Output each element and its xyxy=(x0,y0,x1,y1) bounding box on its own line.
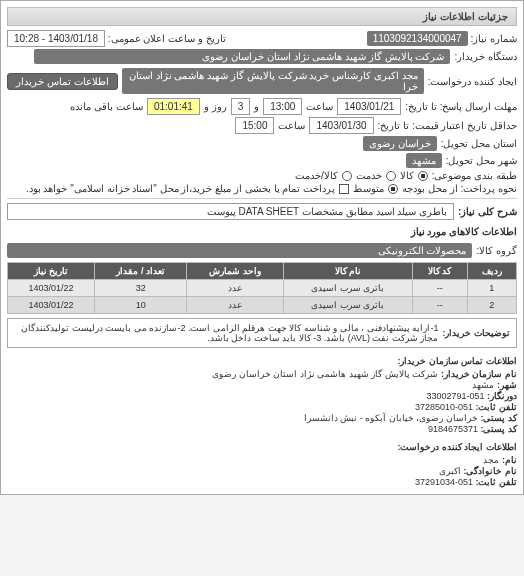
header-title: جزئیات اطلاعات نیاز xyxy=(423,11,508,22)
cell-row: 1 xyxy=(467,280,516,297)
notes-box: توضیحات خریدار: 1-ارایه پیشنهادفنی ، مال… xyxy=(7,318,517,348)
creator-label: ایجاد کننده درخواست: xyxy=(428,76,517,87)
cell-name: باتری سرب اسیدی xyxy=(283,280,412,297)
radio-goods[interactable] xyxy=(418,171,428,181)
org-post-label: کد پستی: xyxy=(481,424,518,434)
th-name: نام کالا xyxy=(283,263,412,280)
city-label: شهر محل تحویل: xyxy=(446,155,517,166)
contact-buyer-button[interactable]: اطلاعات تماس خریدار xyxy=(7,73,118,90)
row-creator: ایجاد کننده درخواست: مجد اکبری کارشناس خ… xyxy=(7,66,517,96)
remain-time: 01:01:41 xyxy=(147,98,200,115)
pub-dt-value: 1403/01/18 - 10:28 xyxy=(7,30,105,47)
time-label-1: ساعت xyxy=(306,101,333,112)
contact-org-title: اطلاعات تماس سازمان خریدار: xyxy=(7,354,517,368)
radio-service[interactable] xyxy=(386,171,396,181)
row-validity: حداقل تاریخ اعتبار قیمت: تا تاریخ: 1403/… xyxy=(7,117,517,134)
city-value: مشهد xyxy=(406,153,442,168)
section-header-details: جزئیات اطلاعات نیاز xyxy=(7,7,517,26)
radio-both-label: کالا/خدمت xyxy=(295,170,338,181)
province-value: خراسان رضوی xyxy=(363,136,437,151)
cell-qty: 32 xyxy=(95,280,187,297)
row-group: گروه کالا: محصولات الکترونیکی xyxy=(7,243,517,258)
org-value: شرکت پالایش گاز شهید هاشمی نژاد استان خر… xyxy=(212,369,438,379)
th-code: کد کالا xyxy=(412,263,467,280)
org-post-value: 9184675371 xyxy=(428,424,478,434)
radio-medium-label: متوسط xyxy=(353,183,384,194)
cell-date: 1403/01/22 xyxy=(8,297,95,314)
creator-name-value: مجد xyxy=(483,455,499,465)
org-city-label: شهر: xyxy=(497,380,517,390)
org-addr-value: خراسان رضوی، خیابان آبکوه - نبش دانشسرا xyxy=(304,413,478,423)
table-header-row: ردیف کد کالا نام کالا واحد شمارش تعداد /… xyxy=(8,263,517,280)
keyword-label: شرح کلی نیاز: xyxy=(458,206,517,217)
validity-date: 1403/01/30 xyxy=(309,117,373,134)
cell-unit: عدد xyxy=(187,280,284,297)
budget-type-label: نحوه پرداخت: از محل بودجه xyxy=(402,183,517,194)
creator-phone-value: 051-37291034 xyxy=(415,477,473,487)
cell-date: 1403/01/22 xyxy=(8,280,95,297)
radio-both[interactable] xyxy=(342,171,352,181)
radio-goods-label: کالا xyxy=(400,170,414,181)
goods-header: اطلاعات کالاهای مورد نیاز xyxy=(7,222,517,241)
org-fax-value: 051-37285010 xyxy=(415,402,473,412)
cell-qty: 10 xyxy=(95,297,187,314)
row-req-no: شماره نیاز: 1103092134000047 تاریخ و ساع… xyxy=(7,30,517,47)
subject-cat-label: طبقه بندی موضوعی: xyxy=(432,170,517,181)
creator-value: مجد اکبری کارشناس خرید شرکت پالایش گاز ش… xyxy=(122,68,424,94)
creator-lname-value: اکبری xyxy=(439,466,461,476)
org-switch-label: دورنگار: xyxy=(487,391,517,401)
deadline-send-date: 1403/01/21 xyxy=(337,98,401,115)
radio-service-label: خدمت xyxy=(356,170,382,181)
deadline-send-time: 13:00 xyxy=(263,98,302,115)
checkbox-treasury[interactable] xyxy=(339,184,349,194)
creator-phone-label: تلفن ثابت: xyxy=(476,477,518,487)
budget-note: پرداخت تمام یا بخشی از مبلغ خرید،از محل … xyxy=(26,183,335,194)
org-switch-value: 051-33002791 xyxy=(426,391,484,401)
buyer-label: دستگاه خریدار: xyxy=(454,51,517,62)
row-deadline-send: مهلت ارسال پاسخ: تا تاریخ: 1403/01/21 سا… xyxy=(7,98,517,115)
province-label: استان محل تحویل: xyxy=(441,138,517,149)
time-label-2: ساعت xyxy=(278,120,305,131)
radio-medium[interactable] xyxy=(388,184,398,194)
org-addr-label: کد پستی: xyxy=(481,413,518,423)
req-no-label: شماره نیاز: xyxy=(470,33,517,44)
notes-label: توضیحات خریدار: xyxy=(443,328,511,338)
row-subject-cat: طبقه بندی موضوعی: کالا خدمت کالا/خدمت xyxy=(7,170,517,181)
deadline-send-label: مهلت ارسال پاسخ: تا تاریخ: xyxy=(405,101,517,112)
table-row: 2 -- باتری سرب اسیدی عدد 10 1403/01/22 xyxy=(8,297,517,314)
org-city-value: مشهد xyxy=(472,380,494,390)
org-fax-label: تلفن ثابت: xyxy=(476,402,518,412)
pub-dt-label: تاریخ و ساعت اعلان عمومی: xyxy=(108,33,226,44)
cell-code: -- xyxy=(412,297,467,314)
remain-suffix: ساعت باقی مانده xyxy=(70,101,143,112)
cell-row: 2 xyxy=(467,297,516,314)
cell-code: -- xyxy=(412,280,467,297)
divider-1 xyxy=(7,198,517,199)
validity-time: 15:00 xyxy=(235,117,274,134)
cell-name: باتری سرب اسیدی xyxy=(283,297,412,314)
row-keyword: شرح کلی نیاز: باطری سیلد اسید مطابق مشخص… xyxy=(7,203,517,220)
group-label: گروه کالا: xyxy=(476,245,517,256)
th-qty: تعداد / مقدار xyxy=(95,263,187,280)
group-value: محصولات الکترونیکی xyxy=(7,243,472,258)
remain-and: و xyxy=(254,101,259,112)
contact-org: اطلاعات تماس سازمان خریدار: نام سازمان خ… xyxy=(7,354,517,434)
contact-creator: اطلاعات ایجاد کننده درخواست: نام: مجد نا… xyxy=(7,440,517,487)
cell-unit: عدد xyxy=(187,297,284,314)
th-date: تاریخ نیاز xyxy=(8,263,95,280)
creator-name-label: نام: xyxy=(502,455,517,465)
row-province: استان محل تحویل: خراسان رضوی xyxy=(7,136,517,151)
remain-days-label: روز و xyxy=(204,101,227,112)
table-row: 1 -- باتری سرب اسیدی عدد 32 1403/01/22 xyxy=(8,280,517,297)
th-unit: واحد شمارش xyxy=(187,263,284,280)
contact-creator-title: اطلاعات ایجاد کننده درخواست: xyxy=(7,440,517,454)
th-row: ردیف xyxy=(467,263,516,280)
row-budget: نحوه پرداخت: از محل بودجه متوسط پرداخت ت… xyxy=(7,183,517,194)
keyword-value: باطری سیلد اسید مطابق مشخصات DATA SHEET … xyxy=(7,203,454,220)
validity-label: حداقل تاریخ اعتبار قیمت: تا تاریخ: xyxy=(378,120,517,131)
creator-lname-label: نام خانوادگی: xyxy=(464,466,518,476)
main-container: جزئیات اطلاعات نیاز شماره نیاز: 11030921… xyxy=(0,0,524,495)
row-buyer: دستگاه خریدار: شرکت پالایش گاز شهید هاشم… xyxy=(7,49,517,64)
goods-table: ردیف کد کالا نام کالا واحد شمارش تعداد /… xyxy=(7,262,517,314)
remain-days: 3 xyxy=(231,98,251,115)
